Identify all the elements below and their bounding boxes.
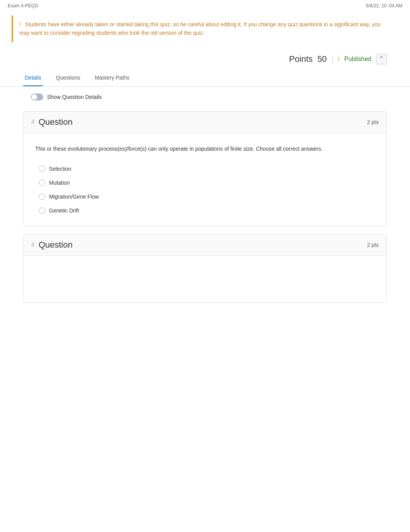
answer-option-mutation: Mutation: [35, 177, 375, 189]
answer-text-drift: Genetic Drift: [49, 207, 79, 214]
answer-text-selection: Selection: [49, 166, 71, 172]
warning-icon: !: [19, 21, 21, 27]
answer-text-migration: Migration/Gene Flow: [49, 194, 99, 200]
top-bar: Exam 4-PEQG 5/6/22, 10 :04 AM: [0, 0, 410, 12]
question-pts-2: 2 pts: [367, 242, 379, 248]
question-header-left-1: # Question: [31, 117, 73, 127]
points-value: 50: [317, 54, 327, 64]
answer-option-wrapper-drift: nswer Genetic Drift: [35, 204, 375, 217]
question-title-1: Question: [39, 117, 73, 127]
more-options-button[interactable]: ": [376, 54, 387, 65]
points-separator: |: [331, 55, 333, 63]
question-header-1: # Question 2 pts: [24, 112, 386, 133]
question-number-1: #: [31, 119, 35, 126]
warning-text: Students have either already taken or st…: [19, 21, 381, 36]
published-warning-icon: !: [338, 56, 340, 62]
question-body-2: [24, 256, 386, 302]
question-block-1: # Question 2 pts This or these evolution…: [23, 111, 387, 226]
tab-questions[interactable]: Questions: [54, 71, 82, 86]
show-details-row: Show Question Details: [0, 87, 410, 107]
warning-banner: ! Students have either already taken or …: [12, 15, 398, 42]
tab-mastery-paths[interactable]: Mastery Paths: [93, 71, 131, 86]
answer-circle-mutation[interactable]: [39, 180, 45, 186]
show-details-toggle[interactable]: [31, 93, 43, 100]
answer-circle-migration[interactable]: [39, 194, 45, 200]
answer-circle-drift[interactable]: [39, 207, 45, 214]
published-badge: Published: [344, 56, 371, 63]
exam-name: Exam 4-PEQG: [8, 3, 38, 8]
answer-option-drift: Genetic Drift: [35, 204, 375, 217]
points-label: Points: [289, 54, 313, 64]
answer-option-selection: Selection: [35, 163, 375, 175]
question-number-2: #: [31, 241, 35, 248]
question-body-1: This or these evolutionary process(es)/f…: [24, 133, 386, 226]
question-text-1: This or these evolutionary process(es)/f…: [35, 144, 375, 153]
points-bar: Points 50 | ! Published ": [0, 50, 410, 68]
tabs-bar: Details Questions Mastery Paths: [0, 68, 410, 87]
question-header-left-2: # Question: [31, 240, 73, 250]
question-title-2: Question: [39, 240, 73, 250]
datetime: 5/6/22, 10 :04 AM: [366, 3, 402, 8]
question-block-2: # Question 2 pts: [23, 234, 387, 303]
answer-text-mutation: Mutation: [49, 180, 70, 186]
show-details-label: Show Question Details: [47, 94, 102, 100]
question-pts-1: 2 pts: [367, 119, 379, 125]
answer-circle-selection[interactable]: [39, 166, 45, 172]
answer-option-migration: Migration/Gene Flow: [35, 190, 375, 203]
answers-section-1: Selection Mutation Migration/Gene Flow n…: [35, 163, 375, 217]
question-header-2: # Question 2 pts: [24, 235, 386, 256]
tab-details[interactable]: Details: [23, 71, 43, 86]
answer-group-1: Selection Mutation Migration/Gene Flow n…: [35, 163, 375, 217]
